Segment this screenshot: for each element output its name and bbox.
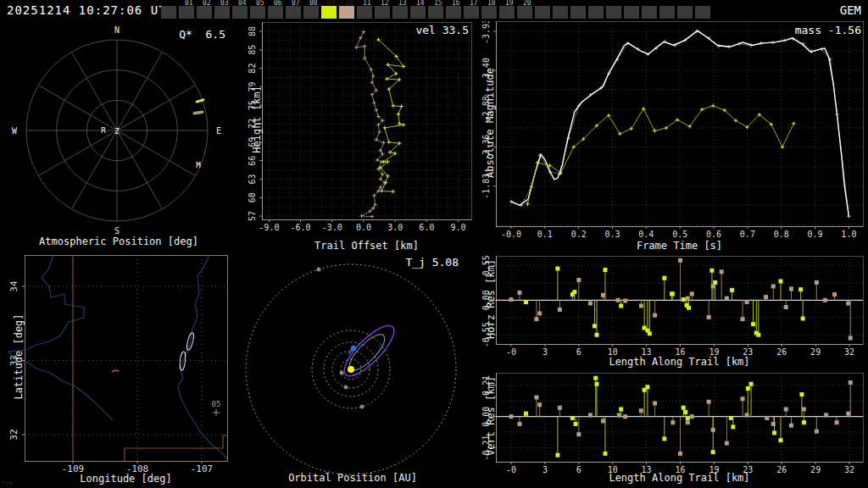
frame-box-blank — [570, 6, 586, 19]
panel-orbit: T_j 5.08 Orbital Position [AU] — [237, 251, 475, 488]
svg-text:N: N — [114, 25, 120, 35]
frame-label-18: 18 — [487, 0, 496, 7]
trail-offset-chart: -9.0-6.0-3.00.03.06.09.08885827975726966… — [237, 21, 475, 251]
svg-text:0.9: 0.9 — [808, 230, 823, 239]
frame-box-07[interactable] — [286, 6, 301, 19]
frame-label-16: 16 — [452, 0, 460, 7]
frame-box-04[interactable] — [232, 6, 248, 19]
frame-box-20[interactable] — [517, 6, 532, 19]
magnitude-axis-label: Absolute Magnitude — [484, 38, 496, 208]
svg-text:0.0: 0.0 — [356, 223, 371, 232]
frame-label-04: 04 — [238, 0, 247, 7]
frame-label-01: 01 — [185, 0, 193, 7]
svg-text:S: S — [114, 226, 120, 236]
svg-text:0.5: 0.5 — [672, 230, 687, 239]
svg-text:R: R — [101, 126, 106, 135]
frame-box-16[interactable] — [446, 6, 461, 19]
frame-box-05[interactable] — [250, 6, 265, 19]
light-curve-chart: -0.00.10.20.30.40.50.60.70.80.91.0-3.93-… — [475, 21, 868, 251]
svg-text:9.0: 9.0 — [451, 223, 466, 232]
frame-label-09: 09 — [327, 0, 336, 7]
vert-res-caption: Length Along Trail [km] — [496, 472, 863, 484]
frame-box-14[interactable] — [410, 6, 426, 19]
frame-label-10: 10 — [345, 0, 353, 7]
frame-box-19[interactable] — [499, 6, 515, 19]
svg-text:0.4: 0.4 — [638, 230, 654, 239]
frame-box-15[interactable] — [428, 6, 443, 19]
frame-box-blank — [642, 6, 657, 19]
frame-box-blank — [535, 6, 550, 19]
frame-box-blank — [161, 6, 176, 19]
frame-box-17[interactable] — [464, 6, 479, 19]
tisserand-value: T_j 5.08 — [405, 256, 459, 269]
svg-text:0.7: 0.7 — [740, 230, 755, 239]
frame-box-01[interactable] — [179, 6, 194, 19]
frame-label-02: 02 — [203, 0, 211, 7]
frame-box-02[interactable] — [197, 6, 212, 19]
panel-light-curve: -0.00.10.20.30.40.50.60.70.80.91.0-3.93-… — [475, 21, 868, 251]
svg-text:05: 05 — [212, 400, 221, 408]
frame-box-blank — [606, 6, 621, 19]
frame-box-08[interactable] — [303, 6, 319, 19]
frame-label-08: 08 — [309, 0, 318, 7]
svg-text:-3.0: -3.0 — [322, 223, 342, 232]
vertical-residuals-chart: -03610131619232629320.210.00-0.21 — [475, 364, 868, 488]
utc-clock: 20251214 10:27:06 UTC — [7, 3, 175, 17]
frame-box-12[interactable] — [375, 6, 390, 19]
atmospheric-caption: Atmospheric Position [deg] — [0, 236, 237, 247]
frame-label-19: 19 — [505, 0, 514, 7]
frame-label-14: 14 — [416, 0, 425, 7]
atmospheric-position-chart: NSEWZRM — [0, 21, 237, 251]
frame-label-12: 12 — [381, 0, 389, 7]
ground-track-outline — [179, 352, 186, 371]
svg-text:6.0: 6.0 — [419, 223, 434, 232]
svg-text:E: E — [216, 126, 221, 136]
watermark: rjw — [2, 480, 13, 486]
frame-label-06: 06 — [274, 0, 282, 7]
frame-box-03[interactable] — [214, 6, 230, 19]
trail-offset-caption: Trail Offset [km] — [262, 240, 471, 252]
vert-res-axis-label: Vert Res [km] — [485, 331, 497, 488]
frame-label-17: 17 — [470, 0, 478, 7]
frame-box-06[interactable] — [268, 6, 283, 19]
orbit-chart — [237, 251, 475, 488]
panel-ground-map: -109-108-10734333205 Latitude [deg] Long… — [0, 251, 237, 488]
svg-text:M: M — [196, 161, 201, 169]
svg-text:-9.0: -9.0 — [259, 223, 279, 232]
frame-box-13[interactable] — [392, 6, 408, 19]
horizontal-residuals-chart: -03610131619232629320.550.00-0.55 — [475, 251, 868, 369]
svg-text:0.1: 0.1 — [537, 230, 553, 239]
frame-box-11[interactable] — [357, 6, 372, 19]
orbit-caption: Orbital Position [AU] — [237, 472, 468, 484]
velocity-value: vel 33.5 — [415, 24, 469, 36]
frame-box-blank — [553, 6, 568, 19]
svg-text:0.2: 0.2 — [571, 230, 587, 239]
frame-label-11: 11 — [363, 0, 371, 7]
frame-box-blank — [695, 6, 710, 19]
frame-box-blank — [624, 6, 639, 19]
longitude-caption: Longitude [deg] — [25, 473, 227, 485]
frame-time-caption: Frame Time [s] — [496, 240, 863, 252]
svg-text:-0.0: -0.0 — [501, 230, 521, 239]
panel-vertical-residuals: -03610131619232629320.210.00-0.21 Vert R… — [475, 364, 868, 488]
track-tan — [192, 110, 203, 114]
svg-text:0.3: 0.3 — [604, 230, 620, 239]
svg-text:-6.0: -6.0 — [291, 223, 311, 232]
panel-trail-offset: -9.0-6.0-3.00.03.06.09.08885827975726966… — [237, 21, 475, 251]
svg-text:1.0: 1.0 — [841, 230, 856, 239]
svg-text:3.0: 3.0 — [387, 223, 403, 232]
frame-box-blank — [677, 6, 693, 19]
meteor-analysis-screen: 20251214 10:27:06 UTC 010203040506070809… — [0, 0, 868, 488]
frame-label-13: 13 — [398, 0, 407, 7]
svg-text:W: W — [12, 126, 18, 136]
frame-box-blank — [659, 6, 675, 19]
frame-box-10[interactable] — [339, 6, 354, 19]
frame-box-09[interactable] — [321, 6, 337, 19]
svg-text:57: 57 — [248, 211, 257, 221]
latitude-axis-label: Latitude [deg] — [13, 272, 25, 441]
frame-label-15: 15 — [434, 0, 442, 7]
panel-atmospheric-position: NSEWZRM Q* 6.5 Atmospheric Position [deg… — [0, 21, 237, 251]
frame-label-07: 07 — [292, 0, 300, 7]
frame-box-18[interactable] — [481, 6, 497, 19]
ground-map-chart: -109-108-10734333205 — [0, 251, 237, 488]
